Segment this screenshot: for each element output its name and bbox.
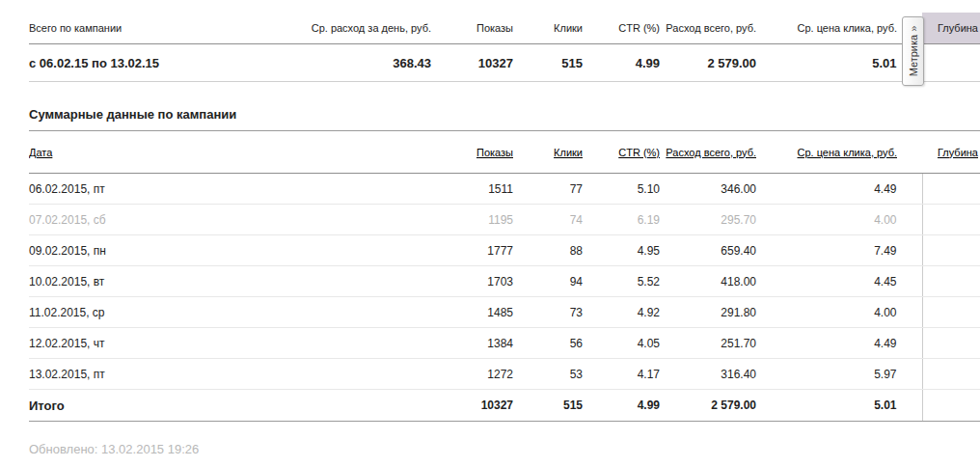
cost-cell: 418.00 — [663, 266, 759, 297]
date-cell: 10.02.2015, вт — [29, 266, 434, 297]
summary-header-row: Дата Показы Клики CTR (%) Расход всего, … — [29, 131, 980, 174]
totals-avg-cpc: 5.01 — [759, 44, 922, 82]
totals-avg-daily-spend: 368.43 — [289, 44, 434, 82]
col-header-ctr: CTR (%) — [585, 13, 663, 44]
campaign-totals-table: Всего по кампании Ср. расход за день, ру… — [29, 13, 980, 82]
cpc-cell: 4.45 — [759, 266, 922, 297]
depth-cell — [922, 266, 980, 297]
totals-total-cost: 2 579.00 — [663, 44, 759, 82]
date-cell: 09.02.2015, пн — [29, 235, 434, 266]
ctr-cell: 4.05 — [585, 328, 663, 359]
totals-ctr: 4.99 — [585, 44, 663, 82]
ctr-cell: 5.10 — [585, 174, 663, 205]
sort-link-total-cost[interactable]: Расход всего, руб. — [666, 147, 756, 158]
cost-cell: 346.00 — [663, 174, 759, 205]
clicks-cell: 74 — [516, 205, 585, 235]
depth-cell — [922, 174, 980, 205]
impressions-cell: 1777 — [434, 235, 516, 266]
totals-impressions: 10327 — [434, 44, 516, 82]
depth-cell — [922, 297, 980, 328]
sort-link-date[interactable]: Дата — [29, 147, 52, 158]
totals-section-label: Всего по кампании — [29, 13, 289, 44]
summary-table: Дата Показы Клики CTR (%) Расход всего, … — [29, 131, 980, 422]
metrika-tab-label: Метрика» — [908, 26, 919, 77]
date-cell: 11.02.2015, ср — [29, 297, 434, 328]
date-cell: 13.02.2015, пт — [29, 359, 434, 390]
totals-data-row: с 06.02.15 по 13.02.15 368.43 10327 515 … — [29, 44, 980, 82]
table-row: 12.02.2015, чт 1384 56 4.05 251.70 4.49 — [29, 328, 980, 359]
depth-cell — [922, 235, 980, 266]
totals-period-label: с 06.02.15 по 13.02.15 — [29, 44, 289, 82]
col-header-total-cost: Расход всего, руб. — [663, 13, 759, 44]
depth-cell — [922, 390, 980, 422]
impressions-cell: 1384 — [434, 328, 516, 359]
totals-depth-empty — [922, 44, 980, 82]
cpc-cell: 5.97 — [759, 359, 922, 390]
clicks-cell: 88 — [516, 235, 585, 266]
metrika-panel-tab[interactable]: Метрика» — [902, 16, 924, 86]
table-row: 09.02.2015, пн 1777 88 4.95 659.40 7.49 — [29, 235, 980, 266]
col-header-avg-cpc: Ср. цена клика, руб. — [759, 13, 922, 44]
col-header-avg-daily-spend: Ср. расход за день, руб. — [289, 13, 434, 44]
clicks-cell: 73 — [516, 297, 585, 328]
date-cell: 07.02.2015, сб — [29, 205, 434, 235]
sort-link-depth[interactable]: Глубина — [938, 147, 978, 158]
table-row: 10.02.2015, вт 1703 94 5.52 418.00 4.45 — [29, 266, 980, 297]
impressions-cell: 1703 — [434, 266, 516, 297]
col-header-depth-highlighted: Глубина — [922, 13, 980, 44]
total-clicks: 515 — [516, 390, 585, 422]
clicks-cell: 53 — [516, 359, 585, 390]
summary-total-row: Итого 10327 515 4.99 2 579.00 5.01 — [29, 390, 980, 422]
clicks-cell: 77 — [516, 174, 585, 205]
cpc-cell: 4.00 — [759, 297, 922, 328]
col-header-clicks: Клики — [516, 13, 585, 44]
total-avg-cpc: 5.01 — [759, 390, 922, 422]
total-impressions: 10327 — [434, 390, 516, 422]
ctr-cell: 4.17 — [585, 359, 663, 390]
ctr-cell: 6.19 — [585, 205, 663, 235]
table-row-weekend: 07.02.2015, сб 1195 74 6.19 295.70 4.00 — [29, 205, 980, 235]
sort-link-avg-cpc[interactable]: Ср. цена клика, руб. — [798, 147, 897, 158]
depth-cell — [922, 359, 980, 390]
impressions-cell: 1511 — [434, 174, 516, 205]
clicks-cell: 56 — [516, 328, 585, 359]
cost-cell: 659.40 — [663, 235, 759, 266]
metrika-chevron-icon: » — [908, 26, 919, 35]
sort-link-impressions[interactable]: Показы — [476, 147, 513, 158]
table-row: 11.02.2015, ср 1485 73 4.92 291.80 4.00 — [29, 297, 980, 328]
cpc-cell: 4.49 — [759, 174, 922, 205]
depth-cell — [922, 328, 980, 359]
col-header-impressions: Показы — [434, 13, 516, 44]
cost-cell: 295.70 — [663, 205, 759, 235]
ctr-cell: 4.95 — [585, 235, 663, 266]
impressions-cell: 1195 — [434, 205, 516, 235]
total-ctr: 4.99 — [585, 390, 663, 422]
totals-clicks: 515 — [516, 44, 585, 82]
cost-cell: 316.40 — [663, 359, 759, 390]
sort-link-ctr[interactable]: CTR (%) — [618, 147, 660, 158]
cost-cell: 251.70 — [663, 328, 759, 359]
impressions-cell: 1485 — [434, 297, 516, 328]
campaign-stats-page: Всего по кампании Ср. расход за день, ру… — [0, 0, 980, 456]
summary-section-title: Суммарные данные по кампании — [29, 107, 980, 131]
total-cost: 2 579.00 — [663, 390, 759, 422]
cpc-cell: 4.00 — [759, 205, 922, 235]
cost-cell: 291.80 — [663, 297, 759, 328]
cpc-cell: 7.49 — [759, 235, 922, 266]
date-cell: 12.02.2015, чт — [29, 328, 434, 359]
impressions-cell: 1272 — [434, 359, 516, 390]
depth-cell — [922, 205, 980, 235]
table-row: 06.02.2015, пт 1511 77 5.10 346.00 4.49 — [29, 174, 980, 205]
table-row: 13.02.2015, пт 1272 53 4.17 316.40 5.97 — [29, 359, 980, 390]
ctr-cell: 4.92 — [585, 297, 663, 328]
sort-link-clicks[interactable]: Клики — [554, 147, 583, 158]
clicks-cell: 94 — [516, 266, 585, 297]
total-label: Итого — [29, 390, 434, 422]
ctr-cell: 5.52 — [585, 266, 663, 297]
totals-header-row: Всего по кампании Ср. расход за день, ру… — [29, 13, 980, 44]
date-cell: 06.02.2015, пт — [29, 174, 434, 205]
cpc-cell: 4.49 — [759, 328, 922, 359]
updated-timestamp: Обновлено: 13.02.2015 19:26 — [29, 442, 980, 456]
